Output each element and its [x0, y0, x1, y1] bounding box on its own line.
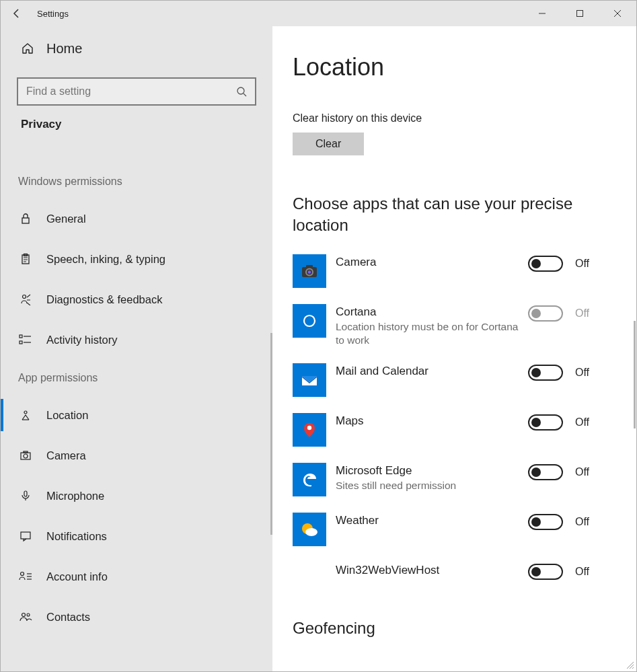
svg-point-33: [308, 270, 311, 273]
app-name-label: Maps: [336, 414, 528, 428]
svg-rect-34: [306, 265, 313, 268]
sidebar-item-general[interactable]: General: [1, 198, 272, 239]
toggle-state-label: Off: [575, 566, 594, 578]
sidebar-item-camera[interactable]: Camera: [1, 435, 272, 476]
lock-icon: [18, 213, 33, 225]
toggle-state-label: Off: [575, 367, 594, 379]
sidebar-item-label: Diagnostics & feedback: [33, 293, 162, 306]
close-button[interactable]: [599, 1, 636, 26]
app-name-label: Camera: [336, 256, 528, 269]
app-name-label: Microsoft Edge: [336, 464, 528, 478]
toggle-state-label: Off: [575, 258, 594, 270]
account-icon: [18, 570, 33, 583]
maps-app-icon: [293, 413, 326, 447]
back-button[interactable]: [1, 8, 33, 19]
svg-point-12: [23, 295, 26, 299]
svg-rect-24: [21, 532, 30, 539]
svg-point-29: [22, 613, 26, 617]
toggle-maps[interactable]: [528, 414, 563, 431]
sidebar-item-contacts[interactable]: Contacts: [1, 597, 272, 637]
content-pane: Location Clear history on this device Cl…: [272, 26, 636, 671]
sidebar-item-label: Microphone: [33, 490, 104, 502]
search-input[interactable]: [17, 77, 256, 106]
svg-point-20: [24, 454, 28, 458]
toggle-edge[interactable]: [528, 464, 563, 480]
svg-rect-13: [20, 335, 22, 338]
home-button[interactable]: Home: [1, 32, 272, 65]
clipboard-icon: [18, 253, 33, 265]
toggle-state-label: Off: [575, 416, 594, 428]
feedback-icon: [18, 293, 33, 305]
sidebar-item-label: Account info: [33, 570, 108, 583]
location-icon: [18, 409, 33, 421]
minimize-button[interactable]: [523, 1, 561, 26]
group-app-permissions: App permissions: [1, 372, 272, 384]
sidebar-item-label: Location: [33, 409, 88, 422]
sidebar-item-label: Contacts: [33, 611, 90, 624]
timeline-icon: [18, 334, 33, 346]
sidebar-item-notifications[interactable]: Notifications: [1, 516, 272, 556]
mail-app-icon: [293, 363, 326, 397]
microphone-icon: [18, 490, 33, 502]
svg-rect-6: [22, 218, 29, 223]
page-title: Location: [293, 53, 636, 81]
app-sub-label: Location history must be on for Cortana …: [336, 320, 528, 347]
maximize-button[interactable]: [561, 1, 599, 26]
toggle-mail[interactable]: [528, 365, 563, 381]
sidebar-item-account-info[interactable]: Account info: [1, 556, 272, 597]
search-field[interactable]: [26, 85, 236, 98]
cortana-app-icon: [293, 304, 326, 338]
home-icon: [21, 42, 37, 55]
app-row-maps: Maps Off: [293, 413, 636, 447]
sidebar-item-location[interactable]: Location: [1, 395, 272, 435]
sidebar-item-label: Activity history: [33, 334, 117, 346]
svg-point-30: [27, 613, 30, 616]
svg-line-5: [243, 94, 246, 96]
clear-history-label: Clear history on this device: [293, 112, 636, 124]
sidebar-item-label: Camera: [33, 449, 86, 462]
sidebar-item-label: General: [33, 213, 86, 225]
apps-section-heading: Choose apps that can use your precise lo…: [293, 193, 602, 237]
edge-app-icon: [293, 463, 326, 496]
geofencing-heading: Geofencing: [293, 619, 636, 638]
app-sub-label: Sites still need permission: [336, 479, 528, 492]
sidebar-item-microphone[interactable]: Microphone: [1, 476, 272, 516]
sidebar-item-speech[interactable]: Speech, inking, & typing: [1, 239, 272, 279]
weather-app-icon: [293, 513, 326, 546]
window-title: Settings: [33, 9, 69, 19]
svg-point-35: [304, 315, 315, 326]
toggle-cortana: [528, 305, 563, 322]
toggle-state-label: Off: [575, 307, 594, 320]
app-row-weather: Weather Off: [293, 513, 636, 546]
sidebar-item-label: Speech, inking, & typing: [33, 253, 165, 266]
toggle-camera[interactable]: [528, 256, 563, 272]
app-row-edge: Microsoft Edge Sites still need permissi…: [293, 463, 636, 496]
titlebar: Settings: [1, 1, 636, 26]
camera-icon: [18, 449, 33, 461]
resize-grip-icon[interactable]: [625, 660, 634, 669]
app-row-win32webviewhost: Win32WebViewHost Off: [293, 562, 636, 596]
category-title: Privacy: [1, 118, 272, 131]
content-scrollbar[interactable]: [634, 321, 636, 428]
sidebar: Home Privacy Windows permissions General: [1, 26, 272, 671]
toggle-weather[interactable]: [528, 514, 563, 530]
group-windows-permissions: Windows permissions: [1, 176, 272, 188]
sidebar-navlist[interactable]: Windows permissions General Speech, inki…: [1, 163, 272, 671]
toggle-win32[interactable]: [528, 564, 563, 580]
app-name-label: Cortana: [336, 305, 528, 319]
sidebar-item-diagnostics[interactable]: Diagnostics & feedback: [1, 279, 272, 320]
app-row-cortana: Cortana Location history must be on for …: [293, 304, 636, 347]
svg-point-25: [21, 572, 24, 576]
sidebar-item-activity-history[interactable]: Activity history: [1, 320, 272, 360]
svg-point-17: [24, 411, 27, 414]
clear-button[interactable]: Clear: [293, 133, 364, 155]
blank-app-icon: [293, 562, 326, 596]
home-label: Home: [37, 41, 82, 57]
app-name-label: Weather: [336, 514, 528, 527]
svg-rect-22: [24, 491, 27, 496]
search-icon: [236, 86, 247, 97]
app-row-mail: Mail and Calendar Off: [293, 363, 636, 397]
svg-point-36: [307, 426, 311, 430]
app-row-camera: Camera Off: [293, 254, 636, 288]
svg-point-38: [305, 528, 317, 536]
